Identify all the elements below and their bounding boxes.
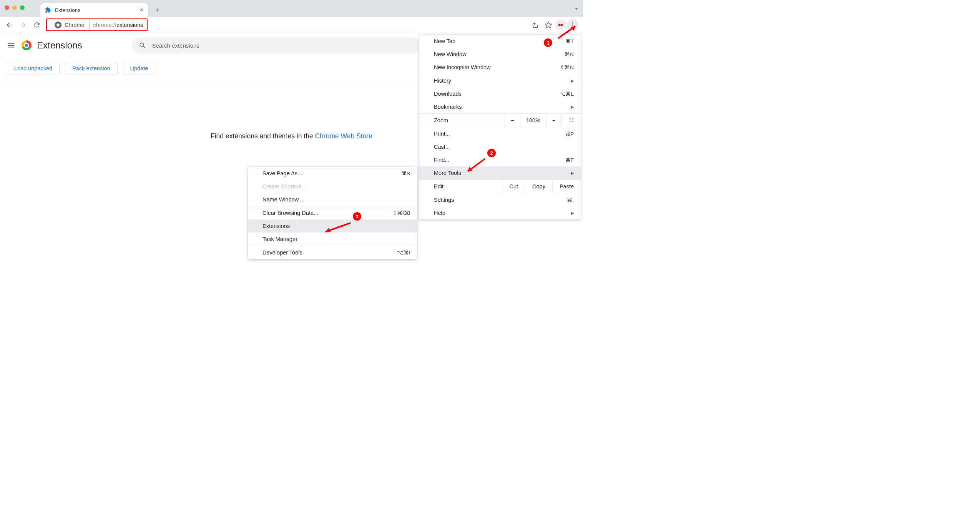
zoom-in-button[interactable]: + — [546, 114, 561, 127]
menu-item-edit: Edit Cut Copy Paste — [419, 180, 581, 193]
chevron-right-icon: ▶ — [571, 78, 574, 83]
omnibox-highlighted[interactable]: Chrome chrome://extensions — [46, 18, 148, 31]
submenu-item-create-shortcut: Create Shortcut... — [248, 180, 417, 193]
annotation-arrow-3 — [322, 221, 352, 234]
menu-item-history[interactable]: History▶ — [419, 74, 581, 87]
omnibox-url: chrome://extensions — [90, 22, 147, 28]
menu-item-more-tools[interactable]: More Tools▶ — [419, 166, 581, 180]
menu-item-zoom: Zoom − 100% + — [419, 113, 581, 127]
search-extensions-input[interactable]: Search extensions — [132, 37, 420, 53]
menu-item-bookmarks[interactable]: Bookmarks▶ — [419, 100, 581, 113]
copy-button[interactable]: Copy — [525, 180, 552, 193]
fullscreen-icon — [568, 117, 575, 123]
menu-item-new-incognito[interactable]: New Incognito Window⇧⌘N — [419, 61, 581, 74]
submenu-item-name-window[interactable]: Name Window... — [248, 193, 417, 206]
fullscreen-button[interactable] — [561, 114, 581, 127]
chrome-scheme-icon — [55, 22, 61, 28]
annotation-arrow-1 — [556, 23, 579, 40]
chrome-logo-icon — [22, 40, 32, 50]
page-title: Extensions — [37, 40, 82, 51]
chrome-web-store-link[interactable]: Chrome Web Store — [315, 132, 372, 140]
bookmark-button[interactable] — [542, 19, 555, 31]
submenu-item-task-manager[interactable]: Task Manager — [248, 233, 417, 246]
pack-extension-button[interactable]: Pack extension — [65, 62, 117, 75]
omnibox-origin-chip: Chrome — [47, 19, 90, 30]
tab-title: Extensions — [55, 7, 140, 13]
browser-tab[interactable]: Extensions × — [40, 3, 148, 17]
share-button[interactable] — [529, 19, 541, 31]
submenu-item-clear-browsing[interactable]: Clear Browsing Data...⇧⌘⌫ — [248, 206, 417, 219]
title-bar: Extensions × — [0, 0, 583, 17]
window-controls — [5, 5, 25, 10]
extension-icon — [45, 7, 51, 13]
tab-search-button[interactable] — [573, 5, 580, 13]
chevron-right-icon: ▶ — [571, 171, 574, 176]
chevron-right-icon: ▶ — [571, 211, 574, 216]
close-window-button[interactable] — [5, 5, 9, 10]
search-placeholder: Search extensions — [152, 42, 199, 49]
maximize-window-button[interactable] — [20, 5, 25, 10]
menu-item-find[interactable]: Find...⌘F — [419, 153, 581, 166]
menu-icon[interactable] — [7, 41, 15, 50]
annotation-badge-2: 2 — [487, 149, 496, 157]
annotation-badge-1: 1 — [544, 38, 552, 47]
more-tools-submenu: Save Page As...⌘S Create Shortcut... Nam… — [248, 167, 417, 259]
chevron-right-icon: ▶ — [571, 105, 574, 110]
menu-item-help[interactable]: Help▶ — [419, 206, 581, 219]
submenu-item-save-page[interactable]: Save Page As...⌘S — [248, 167, 417, 180]
paste-button[interactable]: Paste — [552, 180, 581, 193]
load-unpacked-button[interactable]: Load unpacked — [7, 62, 60, 75]
back-button[interactable] — [3, 19, 15, 31]
annotation-badge-3: 3 — [353, 212, 361, 221]
search-icon — [139, 42, 146, 49]
close-tab-button[interactable]: × — [140, 7, 143, 13]
forward-button[interactable] — [17, 19, 29, 31]
toolbar: Chrome chrome://extensions — [0, 17, 583, 33]
menu-item-downloads[interactable]: Downloads⌥⌘L — [419, 87, 581, 100]
chrome-window: Extensions × Chrome chrome://extensions — [0, 0, 583, 308]
zoom-out-button[interactable]: − — [505, 114, 520, 127]
chrome-main-menu: New Tab⌘T New Window⌘N New Incognito Win… — [419, 35, 581, 219]
menu-item-settings[interactable]: Settings⌘, — [419, 193, 581, 206]
new-tab-button[interactable] — [152, 5, 163, 15]
menu-item-cast[interactable]: Cast... — [419, 140, 581, 153]
reload-button[interactable] — [31, 19, 43, 31]
omnibox-origin-label: Chrome — [65, 22, 85, 28]
update-button[interactable]: Update — [123, 62, 156, 75]
zoom-value: 100% — [520, 114, 546, 127]
submenu-item-dev-tools[interactable]: Developer Tools⌥⌘I — [248, 246, 417, 259]
annotation-arrow-2 — [464, 157, 487, 174]
cut-button[interactable]: Cut — [502, 180, 525, 193]
menu-item-new-window[interactable]: New Window⌘N — [419, 48, 581, 61]
minimize-window-button[interactable] — [12, 5, 17, 10]
menu-item-print[interactable]: Print...⌘P — [419, 127, 581, 140]
